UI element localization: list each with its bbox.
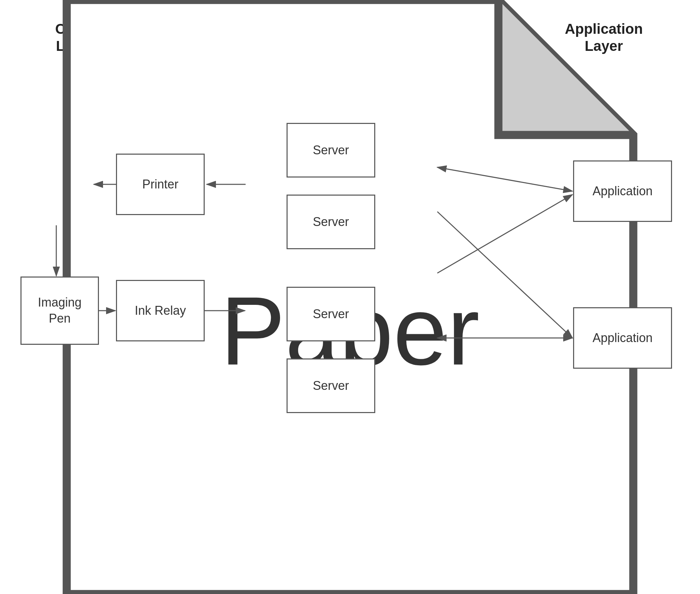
ink-server2-box: Server: [287, 358, 375, 413]
printer-box: Printer: [116, 154, 205, 215]
doc-server2-box: Server: [287, 195, 375, 249]
ink-relay-box: Ink Relay: [116, 280, 205, 341]
ink-server1-box: Server: [287, 287, 375, 341]
imaging-pen-box: ImagingPen: [20, 277, 99, 345]
paper-box: Paper: [0, 0, 72, 75]
app2-box: Application: [573, 307, 672, 369]
diagram: ClientLayer ServiceLayer ApplicationLaye…: [0, 0, 700, 594]
doc-server1-box: Server: [287, 123, 375, 178]
app1-box: Application: [573, 160, 672, 222]
